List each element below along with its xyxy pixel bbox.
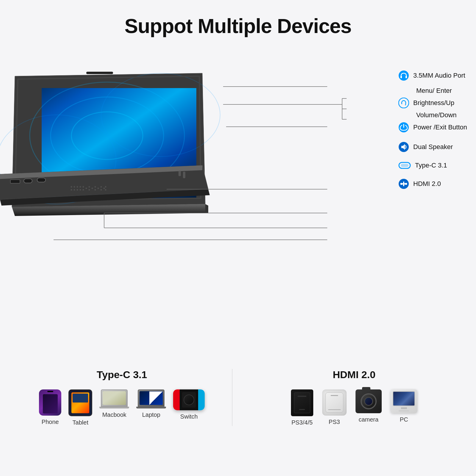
svg-rect-55 <box>401 183 406 184</box>
brightness-icon <box>398 98 409 108</box>
device-tablet: Tablet <box>68 389 92 426</box>
callout-brightness: Brightness/Up <box>398 98 467 108</box>
ps5-icon <box>291 389 313 416</box>
callout-audio: 3.5MM Audio Port <box>398 70 467 81</box>
hdmi-devices: PS3/4/5 PS3 <box>256 389 452 426</box>
brightness-label: Brightness/Up <box>413 99 454 107</box>
typec-devices: Phone Tablet <box>24 389 220 426</box>
device-columns: Type-C 3.1 Phone <box>24 369 452 426</box>
svg-point-27 <box>83 189 84 191</box>
gamepad-icon <box>398 178 409 189</box>
switch-icon <box>173 389 205 410</box>
camera-icon <box>356 389 382 413</box>
svg-rect-44 <box>405 76 407 78</box>
svg-point-28 <box>86 188 87 189</box>
page-title: Suppot Multiple Devices <box>0 0 476 37</box>
monitor-illustration <box>0 52 250 278</box>
ps3-label: PS3 <box>329 419 340 425</box>
svg-point-45 <box>399 98 409 108</box>
svg-rect-8 <box>86 72 113 74</box>
svg-point-37 <box>104 188 105 189</box>
svg-point-20 <box>77 186 78 188</box>
svg-point-25 <box>77 189 78 191</box>
svg-point-36 <box>101 189 102 191</box>
svg-point-34 <box>98 188 99 189</box>
device-laptop: Laptop <box>136 389 166 418</box>
volume-label: Volume/Down <box>416 111 457 119</box>
svg-rect-15 <box>37 178 46 182</box>
bottom-section: Type-C 3.1 Phone <box>0 363 476 476</box>
pc-icon <box>391 389 417 413</box>
tablet-icon <box>68 389 92 416</box>
callout-volume: Volume/Down <box>416 111 467 119</box>
hdmi-column: HDMI 2.0 PS3/4/5 <box>232 369 452 426</box>
svg-point-32 <box>95 186 96 188</box>
callout-typec: Type-C 3.1 <box>398 161 467 170</box>
speaker-label: Dual Speaker <box>413 143 453 151</box>
svg-point-23 <box>71 189 72 191</box>
svg-point-22 <box>83 186 84 188</box>
device-ps345: PS3/4/5 <box>291 389 313 426</box>
macbook-icon <box>99 389 129 408</box>
device-pc: PC <box>391 389 417 423</box>
power-label: Power /Exit Button <box>413 123 467 131</box>
svg-point-35 <box>101 186 102 188</box>
hdmi-label: HDMI 2.0 <box>413 180 441 188</box>
pc-label: PC <box>400 416 408 423</box>
device-switch: Switch <box>173 389 205 420</box>
ps345-label: PS3/4/5 <box>292 419 313 426</box>
device-macbook: Macbook <box>99 389 129 418</box>
svg-point-21 <box>80 186 81 188</box>
headphones-icon <box>398 70 409 81</box>
svg-marker-11 <box>205 204 208 213</box>
svg-rect-16 <box>10 180 20 183</box>
svg-rect-41 <box>183 172 185 178</box>
svg-point-31 <box>92 188 93 189</box>
laptop-icon <box>136 389 166 408</box>
phone-icon <box>39 389 61 416</box>
svg-point-19 <box>74 186 75 188</box>
svg-point-30 <box>89 189 90 191</box>
device-ps3: PS3 <box>322 389 347 425</box>
hdmi-column-title: HDMI 2.0 <box>256 369 452 381</box>
ps3-icon <box>322 389 347 416</box>
callout-menu: Menu/ Enter <box>416 87 467 95</box>
tablet-label: Tablet <box>73 419 88 426</box>
svg-point-24 <box>74 189 75 191</box>
laptop-label: Laptop <box>142 411 160 418</box>
speaker-icon <box>398 142 409 152</box>
typec-column-title: Type-C 3.1 <box>24 369 220 381</box>
power-icon <box>398 122 409 133</box>
usb-icon <box>398 161 411 170</box>
svg-point-26 <box>80 189 81 191</box>
svg-point-29 <box>89 186 90 188</box>
typec-label: Type-C 3.1 <box>415 162 447 169</box>
svg-rect-50 <box>401 164 408 167</box>
monitor-section: 3.5MM Audio Port Menu/ Enter Brightness/… <box>0 46 476 290</box>
svg-rect-40 <box>178 171 181 176</box>
callout-power: Power /Exit Button <box>398 122 467 133</box>
svg-point-42 <box>399 71 409 81</box>
svg-rect-43 <box>400 76 402 78</box>
callout-hdmi: HDMI 2.0 <box>398 178 467 189</box>
svg-point-18 <box>71 186 72 188</box>
macbook-label: Macbook <box>102 411 126 418</box>
switch-label: Switch <box>180 413 198 420</box>
svg-point-33 <box>95 189 96 191</box>
callout-speaker: Dual Speaker <box>398 142 467 152</box>
svg-point-38 <box>105 186 107 188</box>
svg-rect-14 <box>24 179 32 183</box>
typec-column: Type-C 3.1 Phone <box>24 369 232 426</box>
menu-label: Menu/ Enter <box>416 87 452 95</box>
device-phone: Phone <box>39 389 61 425</box>
phone-label: Phone <box>42 419 59 425</box>
svg-point-39 <box>105 189 107 191</box>
audio-port-label: 3.5MM Audio Port <box>413 72 465 79</box>
right-callouts: 3.5MM Audio Port Menu/ Enter Brightness/… <box>398 70 467 189</box>
device-camera: camera <box>356 389 382 423</box>
camera-label: camera <box>358 416 378 423</box>
